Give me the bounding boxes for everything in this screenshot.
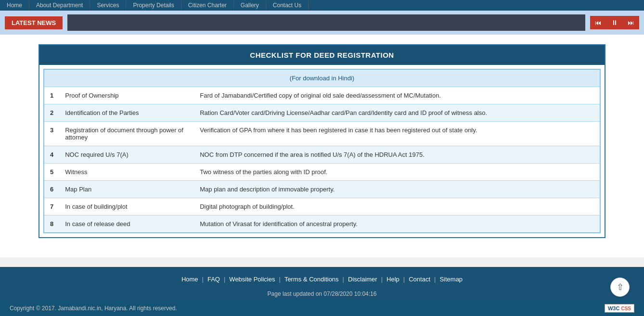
checklist-table: 1Proof of OwnershipFard of Jamabandi/Cer… <box>44 87 600 232</box>
row-number: 7 <box>44 198 59 215</box>
w3c-text: W3C <box>608 305 619 311</box>
row-item: Identification of the Parties <box>59 104 194 122</box>
main-content: CHECKLIST FOR DEED REGISTRATION (For dow… <box>0 35 644 248</box>
footer-bottom: Copyright © 2017. Jamabandi.nic.in, Hary… <box>0 299 644 316</box>
row-number: 3 <box>44 122 59 146</box>
row-item: Registration of document through power o… <box>59 122 194 146</box>
footer-links: Home|FAQ|Website Policies|Terms & Condit… <box>0 276 644 288</box>
footer-link-separator: | <box>381 276 383 283</box>
row-number: 8 <box>44 215 59 233</box>
table-row: 5WitnessTwo witness of the parties along… <box>44 164 600 181</box>
footer-link-separator: | <box>434 276 436 283</box>
top-nav-item[interactable]: About Department <box>29 1 90 10</box>
footer-link-item[interactable]: Disclaimer <box>348 276 377 283</box>
table-row: 8In case of release deedMutation of Vira… <box>44 215 600 233</box>
row-item: NOC required U/s 7(A) <box>59 146 194 164</box>
row-description: Fard of Jamabandi/Certified copy of orig… <box>194 87 600 104</box>
row-item: In case of building/plot <box>59 198 194 215</box>
separator <box>0 257 644 267</box>
footer: Home|FAQ|Website Policies|Terms & Condit… <box>0 267 644 316</box>
table-row: 6Map PlanMap plan and description of imm… <box>44 181 600 198</box>
news-controls: ⏮ ⏸ ⏭ <box>590 16 639 29</box>
footer-link-separator: | <box>403 276 405 283</box>
footer-link-item[interactable]: FAQ <box>207 276 220 283</box>
footer-copyright: Copyright © 2017. Jamabandi.nic.in, Hary… <box>10 305 177 312</box>
hindi-download-link[interactable]: (For download in Hindi) <box>290 75 354 82</box>
table-row: 4NOC required U/s 7(A)NOC from DTP conce… <box>44 146 600 164</box>
news-pause-button[interactable]: ⏸ <box>606 16 623 29</box>
footer-link-item[interactable]: Contact <box>409 276 430 283</box>
news-label: LATEST NEWS <box>5 16 63 29</box>
row-item: Map Plan <box>59 181 194 198</box>
footer-link-item[interactable]: Sitemap <box>439 276 463 283</box>
news-next-button[interactable]: ⏭ <box>623 16 639 29</box>
footer-link-separator: | <box>202 276 204 283</box>
top-nav-item[interactable]: Home <box>0 1 29 10</box>
table-row: 2Identification of the PartiesRation Car… <box>44 104 600 122</box>
row-description: Ration Card/Voter card/Driving License/A… <box>194 104 600 122</box>
scroll-to-top-button[interactable]: ⇧ <box>610 278 630 297</box>
hindi-link-row[interactable]: (For download in Hindi) <box>44 70 600 87</box>
top-nav: HomeAbout DepartmentServicesProperty Det… <box>0 0 644 11</box>
checklist-wrapper: CHECKLIST FOR DEED REGISTRATION (For dow… <box>39 44 605 238</box>
footer-link-item[interactable]: Home <box>181 276 198 283</box>
footer-update: Page last updated on 07/28/2020 10:04:16 <box>0 288 644 299</box>
footer-link-separator: | <box>343 276 344 283</box>
w3c-badge: W3C CSS <box>605 304 634 313</box>
css-text: CSS <box>621 306 631 311</box>
checklist-title: CHECKLIST FOR DEED REGISTRATION <box>39 45 605 65</box>
news-ticker <box>67 14 585 31</box>
row-description: NOC from DTP concerned if the area is no… <box>194 146 600 164</box>
footer-link-separator: | <box>224 276 225 283</box>
footer-link-item[interactable]: Website Policies <box>229 276 275 283</box>
top-nav-item[interactable]: Services <box>90 1 126 10</box>
row-number: 4 <box>44 146 59 164</box>
row-description: Verification of GPA from where it has be… <box>194 122 600 146</box>
checklist-body: (For download in Hindi) 1Proof of Owners… <box>43 69 601 233</box>
row-number: 1 <box>44 87 59 104</box>
row-description: Mutation of Virasat for identification o… <box>194 215 600 233</box>
row-description: Map plan and description of immovable pr… <box>194 181 600 198</box>
row-item: In case of release deed <box>59 215 194 233</box>
row-item: Proof of Ownership <box>59 87 194 104</box>
row-description: Digital photograph of building/plot. <box>194 198 600 215</box>
top-nav-item[interactable]: Gallery <box>234 1 266 10</box>
top-nav-item[interactable]: Contact Us <box>266 1 309 10</box>
table-row: 1Proof of OwnershipFard of Jamabandi/Cer… <box>44 87 600 104</box>
table-row: 7In case of building/plotDigital photogr… <box>44 198 600 215</box>
table-row: 3Registration of document through power … <box>44 122 600 146</box>
footer-link-item[interactable]: Terms & Conditions <box>284 276 339 283</box>
row-description: Two witness of the parties along with ID… <box>194 164 600 181</box>
top-nav-item[interactable]: Property Details <box>126 1 181 10</box>
row-item: Witness <box>59 164 194 181</box>
row-number: 6 <box>44 181 59 198</box>
row-number: 5 <box>44 164 59 181</box>
row-number: 2 <box>44 104 59 122</box>
footer-link-separator: | <box>279 276 281 283</box>
news-prev-button[interactable]: ⏮ <box>590 16 606 29</box>
footer-link-item[interactable]: Help <box>386 276 399 283</box>
top-nav-item[interactable]: Citizen Charter <box>181 1 234 10</box>
news-bar: LATEST NEWS ⏮ ⏸ ⏭ <box>0 11 644 35</box>
